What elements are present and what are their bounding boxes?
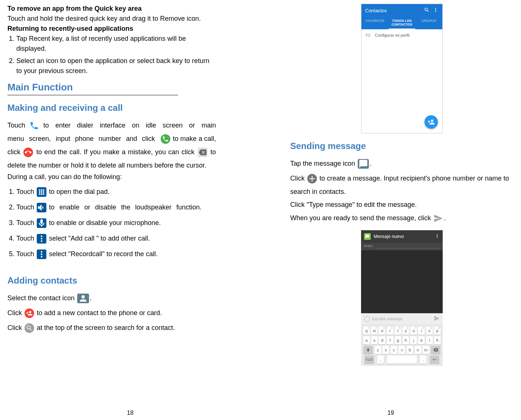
tab-favoritos[interactable]: FAVORITOS bbox=[361, 17, 389, 29]
backspace-key[interactable] bbox=[431, 346, 440, 354]
key-r[interactable]: r4 bbox=[387, 327, 393, 335]
space-key[interactable] bbox=[387, 355, 417, 364]
more-icon[interactable] bbox=[435, 234, 440, 239]
text-create-message: Click to create a message. Input recipie… bbox=[290, 172, 514, 198]
recipient-row[interactable]: PARA bbox=[361, 243, 443, 250]
svg-point-1 bbox=[41, 189, 42, 191]
svg-point-20 bbox=[437, 237, 438, 238]
text: to end the call. If you make a mistake, … bbox=[36, 148, 197, 156]
key-g[interactable]: g bbox=[395, 336, 401, 344]
list-item: Touch to enable or disable the loudspeak… bbox=[16, 201, 216, 214]
recipient-input[interactable] bbox=[375, 244, 440, 249]
emoji-icon[interactable] bbox=[364, 316, 370, 322]
backspace-icon bbox=[198, 148, 207, 157]
key-h[interactable]: h bbox=[403, 336, 409, 344]
key-f[interactable]: f bbox=[387, 336, 393, 344]
key-n[interactable]: n bbox=[415, 346, 421, 354]
key-y[interactable]: y6 bbox=[403, 327, 409, 335]
message-header-icon bbox=[364, 233, 371, 240]
key-s[interactable]: s bbox=[371, 336, 377, 344]
key-q[interactable]: q1 bbox=[363, 327, 370, 335]
svg-point-3 bbox=[39, 191, 40, 193]
svg-point-8 bbox=[43, 194, 44, 195]
svg-point-12 bbox=[41, 251, 42, 253]
contacts-app-icon bbox=[77, 294, 89, 303]
message-input[interactable]: Escribir mensaje bbox=[372, 317, 432, 321]
message-body bbox=[361, 250, 443, 313]
search-icon[interactable] bbox=[424, 7, 430, 14]
tab-grupos[interactable]: GRUPOS bbox=[415, 17, 442, 29]
key-v[interactable]: v bbox=[399, 346, 405, 354]
text-during-call: During a call, you can do the following: bbox=[7, 172, 216, 182]
phone-icon bbox=[29, 121, 39, 130]
enter-key[interactable] bbox=[430, 355, 439, 364]
appbar-title: Contactos bbox=[365, 8, 421, 13]
svg-point-16 bbox=[435, 10, 436, 11]
key-b[interactable]: b bbox=[407, 346, 413, 354]
key-j[interactable]: j bbox=[410, 336, 417, 344]
more-icon bbox=[37, 249, 46, 259]
para-label: PARA bbox=[364, 244, 373, 249]
comma-key[interactable]: , bbox=[377, 355, 384, 364]
end-call-icon bbox=[23, 148, 33, 157]
key-c[interactable]: c bbox=[391, 346, 397, 354]
text: Touch bbox=[7, 122, 29, 129]
svg-point-10 bbox=[41, 238, 42, 239]
key-i[interactable]: i8 bbox=[418, 327, 425, 335]
list-item: Tap Recent key, a list of recently used … bbox=[16, 34, 216, 54]
key-w[interactable]: w2 bbox=[371, 327, 377, 335]
contacts-appbar: Contactos bbox=[361, 4, 442, 17]
svg-point-19 bbox=[437, 236, 438, 237]
symbols-key[interactable]: ?123 bbox=[364, 355, 374, 364]
message-appbar: Mensaje nuevo bbox=[361, 230, 443, 243]
heading-returning: Returning to recently-used applications bbox=[7, 24, 216, 34]
send-icon[interactable] bbox=[434, 315, 440, 322]
text-tap-message: Tap the message icon . bbox=[290, 157, 514, 170]
key-t[interactable]: t5 bbox=[395, 327, 401, 335]
svg-point-18 bbox=[437, 234, 438, 235]
svg-point-5 bbox=[43, 191, 44, 193]
key-p[interactable]: p0 bbox=[434, 327, 440, 335]
key-k[interactable]: k bbox=[418, 336, 425, 344]
key-z[interactable]: z bbox=[375, 346, 381, 354]
heading-remove-app: To remove an app from the Quick key area bbox=[7, 4, 216, 14]
key-m[interactable]: m bbox=[423, 346, 429, 354]
key-e[interactable]: e3 bbox=[379, 327, 385, 335]
add-contact-fab[interactable] bbox=[425, 115, 438, 129]
svg-point-9 bbox=[41, 236, 42, 237]
heading-adding-contacts: Adding contacts bbox=[7, 275, 216, 286]
send-icon bbox=[433, 214, 443, 223]
keyboard[interactable]: q1w2e3r4t5y6u7i8o9p0 asdfghjklñ zxcvbnm … bbox=[361, 324, 443, 366]
key-d[interactable]: d bbox=[379, 336, 385, 344]
message-screenshot: Mensaje nuevo PARA Escribir mensaje q1w2… bbox=[361, 230, 443, 366]
contact-row-me[interactable]: YO Configurar mi perfil bbox=[361, 29, 442, 41]
page-19: Contactos FAVORITOS TODOS LOS CONTACTOS … bbox=[260, 0, 521, 420]
contacts-tabs: FAVORITOS TODOS LOS CONTACTOS GRUPOS bbox=[361, 17, 442, 29]
key-l[interactable]: l bbox=[426, 336, 433, 344]
key-a[interactable]: a bbox=[363, 336, 370, 344]
period-key[interactable]: . bbox=[420, 355, 426, 364]
list-during-call: Touch to open the dial pad. Touch to ena… bbox=[7, 185, 216, 261]
paragraph-call-instructions: Touch to enter dialer interface on idle … bbox=[7, 119, 216, 172]
key-ñ[interactable]: ñ bbox=[434, 336, 440, 344]
key-u[interactable]: u7 bbox=[410, 327, 417, 335]
dialpad-icon bbox=[37, 187, 46, 197]
compose-icon bbox=[307, 174, 317, 183]
svg-point-11 bbox=[41, 241, 42, 242]
svg-point-7 bbox=[41, 194, 42, 195]
text-search-contact: Click at the top of the screen to search… bbox=[7, 321, 216, 334]
contacts-list: YO Configurar mi perfil bbox=[361, 29, 442, 133]
shift-key[interactable] bbox=[363, 346, 373, 354]
svg-point-17 bbox=[435, 11, 436, 12]
list-item: Touch to enable or disable your micropho… bbox=[16, 216, 216, 229]
more-icon[interactable] bbox=[433, 7, 439, 14]
text-send-message: When you are ready to send the message, … bbox=[290, 211, 514, 225]
text-remove-app: Touch and hold the desired quick key and… bbox=[7, 14, 216, 24]
svg-point-14 bbox=[41, 256, 42, 258]
key-o[interactable]: o9 bbox=[426, 327, 433, 335]
tab-todos[interactable]: TODOS LOS CONTACTOS bbox=[389, 17, 416, 29]
search-contact-icon bbox=[24, 323, 34, 333]
add-contact-icon bbox=[24, 308, 34, 318]
key-x[interactable]: x bbox=[383, 346, 389, 354]
text-add-contact: Click to add a new contact to the phone … bbox=[7, 306, 216, 320]
